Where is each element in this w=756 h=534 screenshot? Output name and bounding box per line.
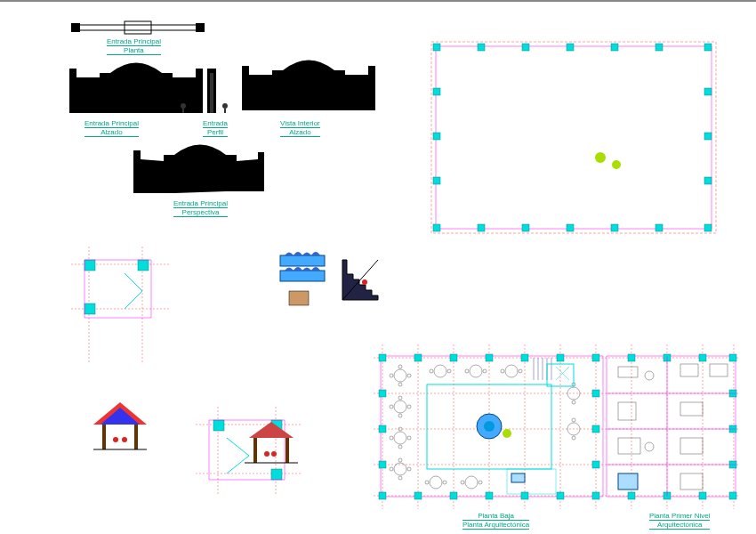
svg-rect-117 [592,425,599,433]
svg-rect-0 [76,25,200,30]
upper-floor-grid [422,33,725,242]
svg-point-159 [479,481,482,484]
svg-rect-192 [618,438,640,454]
svg-rect-113 [379,390,386,397]
svg-point-136 [398,383,402,386]
svg-rect-74 [289,291,309,305]
svg-rect-111 [557,492,564,499]
svg-rect-182 [511,473,525,482]
svg-rect-34 [567,44,574,51]
svg-point-148 [407,436,411,440]
svg-rect-18 [368,66,375,110]
svg-point-156 [443,481,446,484]
svg-point-158 [461,481,464,484]
svg-rect-26 [164,155,174,193]
svg-point-163 [470,365,482,377]
svg-point-151 [398,476,402,480]
svg-rect-194 [618,473,638,490]
svg-point-162 [447,369,451,373]
svg-point-137 [390,374,393,377]
svg-rect-25 [258,152,264,191]
svg-rect-106 [379,492,386,499]
svg-rect-16 [224,109,226,113]
svg-rect-27 [226,155,237,191]
svg-point-133 [503,429,511,438]
svg-rect-59 [84,303,95,314]
svg-rect-47 [433,177,440,184]
svg-point-70 [122,437,127,442]
svg-point-144 [394,432,406,444]
svg-rect-77 [286,438,289,463]
svg-rect-195 [680,473,703,490]
svg-point-51 [595,152,606,163]
label-front-elevation: Entrada PrincipalAlzado [84,119,139,137]
svg-rect-2 [196,23,205,32]
label-ground-floor: Planta BajaPlanta Arquitectónica [462,512,529,530]
svg-rect-46 [433,133,440,140]
svg-rect-66 [271,469,282,480]
svg-rect-8 [100,73,110,113]
svg-point-146 [398,445,402,449]
svg-rect-187 [618,367,638,377]
kiosk-elevation-2 [245,420,298,469]
svg-point-155 [425,481,429,484]
svg-point-157 [465,476,478,489]
svg-rect-116 [592,390,599,397]
svg-rect-109 [486,492,493,499]
svg-rect-35 [611,44,618,51]
svg-rect-42 [611,224,618,231]
svg-rect-21 [272,70,283,110]
svg-rect-43 [655,224,663,231]
svg-point-171 [572,400,575,404]
svg-rect-1 [71,23,80,32]
svg-point-196 [645,371,654,380]
svg-point-197 [645,442,654,451]
svg-rect-104 [557,354,564,361]
svg-rect-191 [680,402,703,416]
svg-rect-68 [134,425,138,449]
entrance-front-elevation [69,60,203,117]
svg-point-160 [434,365,446,377]
svg-point-15 [222,103,228,109]
svg-rect-29 [436,46,712,229]
svg-point-174 [572,436,575,440]
svg-rect-105 [592,354,599,361]
svg-point-69 [113,437,118,442]
svg-rect-72 [280,255,325,266]
svg-rect-41 [567,224,574,231]
svg-point-143 [407,405,411,409]
svg-rect-3 [125,21,151,34]
fountain-stair-details [276,251,382,331]
svg-rect-31 [433,44,440,51]
svg-rect-193 [680,438,703,454]
entrance-plan-view [71,20,205,36]
svg-point-138 [407,374,411,377]
svg-point-150 [398,458,402,462]
svg-rect-50 [704,177,712,184]
drawing-canvas[interactable]: Entrada PrincipalPlanta Entrada Principa… [0,0,756,534]
svg-rect-114 [379,425,386,433]
svg-rect-20 [345,75,368,110]
svg-rect-100 [414,354,422,361]
svg-point-167 [501,369,504,373]
svg-point-132 [484,421,495,432]
svg-point-79 [271,451,277,457]
svg-rect-188 [680,364,698,376]
svg-point-166 [505,365,518,377]
svg-rect-64 [213,420,224,431]
svg-rect-123 [628,492,635,499]
svg-rect-19 [249,75,272,110]
svg-rect-14 [210,73,213,113]
svg-point-164 [465,369,469,373]
svg-rect-108 [450,492,457,499]
svg-rect-101 [450,354,457,361]
svg-rect-4 [69,69,76,113]
svg-rect-23 [290,79,327,110]
svg-point-52 [612,160,621,169]
svg-rect-30 [431,42,716,233]
svg-point-139 [394,400,406,413]
svg-point-173 [572,418,575,422]
svg-point-168 [519,369,522,373]
svg-rect-36 [655,44,663,51]
svg-rect-121 [699,354,706,361]
